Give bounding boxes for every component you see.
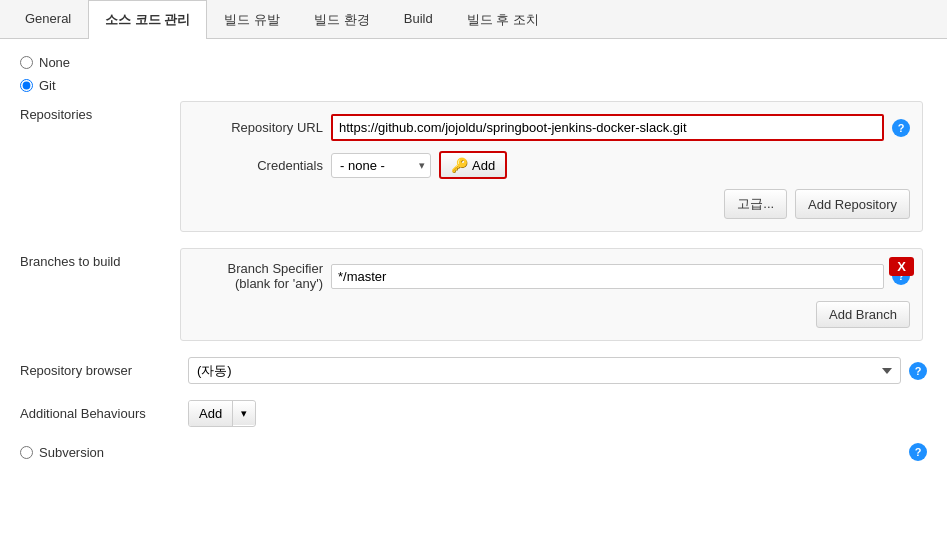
scm-none-option[interactable]: None bbox=[20, 55, 927, 70]
branches-label: Branches to build bbox=[20, 248, 180, 269]
credentials-label: Credentials bbox=[193, 158, 323, 173]
repo-browser-help-icon[interactable]: ? bbox=[909, 362, 927, 380]
add-repository-button[interactable]: Add Repository bbox=[795, 189, 910, 219]
repo-browser-select[interactable]: (자동) bbox=[188, 357, 901, 384]
additional-behaviours-row: Additional Behaviours Add ▾ bbox=[20, 400, 927, 427]
repo-browser-select-wrapper[interactable]: (자동) bbox=[188, 357, 901, 384]
repositories-section: Repositories Repository URL ? Credential… bbox=[20, 101, 927, 232]
repo-url-label: Repository URL bbox=[193, 120, 323, 135]
key-icon: 🔑 bbox=[451, 157, 468, 173]
tab-general[interactable]: General bbox=[8, 0, 88, 39]
add-behaviour-arrow[interactable]: ▾ bbox=[233, 402, 255, 425]
advanced-button[interactable]: 고급... bbox=[724, 189, 787, 219]
repo-url-row: Repository URL ? bbox=[193, 114, 910, 141]
credentials-select-wrapper[interactable]: - none - bbox=[331, 153, 431, 178]
tab-build-trigger[interactable]: 빌드 유발 bbox=[207, 0, 297, 39]
tab-build[interactable]: Build bbox=[387, 0, 450, 39]
tab-bar: General 소스 코드 관리 빌드 유발 빌드 환경 Build 빌드 후 … bbox=[0, 0, 947, 39]
branches-body: X Branch Specifier (blank for 'any') ? A… bbox=[180, 248, 923, 341]
add-behaviour-dropdown[interactable]: Add ▾ bbox=[188, 400, 256, 427]
add-branch-button[interactable]: Add Branch bbox=[816, 301, 910, 328]
add-behaviour-button[interactable]: Add bbox=[189, 401, 233, 426]
scm-git-radio[interactable] bbox=[20, 79, 33, 92]
add-credentials-label: Add bbox=[472, 158, 495, 173]
credentials-select[interactable]: - none - bbox=[331, 153, 431, 178]
tab-build-env[interactable]: 빌드 환경 bbox=[297, 0, 387, 39]
tab-source-code[interactable]: 소스 코드 관리 bbox=[88, 0, 207, 39]
repo-browser-row: Repository browser (자동) ? bbox=[20, 357, 927, 384]
tab-post-build[interactable]: 빌드 후 조치 bbox=[450, 0, 556, 39]
subversion-option[interactable]: Subversion ? bbox=[20, 443, 927, 461]
branch-action-buttons: Add Branch bbox=[193, 301, 910, 328]
repo-action-buttons: 고급... Add Repository bbox=[193, 189, 910, 219]
remove-branch-area: X bbox=[889, 257, 914, 276]
repo-url-input[interactable] bbox=[331, 114, 884, 141]
scm-git-option[interactable]: Git bbox=[20, 78, 927, 93]
scm-none-label: None bbox=[39, 55, 70, 70]
branches-section: Branches to build X Branch Specifier (bl… bbox=[20, 248, 927, 341]
scm-none-radio[interactable] bbox=[20, 56, 33, 69]
additional-behaviours-label: Additional Behaviours bbox=[20, 406, 180, 421]
repo-browser-label: Repository browser bbox=[20, 363, 180, 378]
subversion-help-icon[interactable]: ? bbox=[909, 443, 927, 461]
repositories-body: Repository URL ? Credentials - none - 🔑 … bbox=[180, 101, 923, 232]
repositories-label: Repositories bbox=[20, 101, 180, 122]
scm-git-label: Git bbox=[39, 78, 56, 93]
scm-svn-label: Subversion bbox=[39, 445, 104, 460]
branch-specifier-input[interactable] bbox=[331, 264, 884, 289]
add-credentials-button[interactable]: 🔑 Add bbox=[439, 151, 507, 179]
branch-specifier-label: Branch Specifier (blank for 'any') bbox=[193, 261, 323, 291]
credentials-row: Credentials - none - 🔑 Add bbox=[193, 151, 910, 179]
scm-svn-radio[interactable] bbox=[20, 446, 33, 459]
branch-specifier-row: Branch Specifier (blank for 'any') ? bbox=[193, 261, 910, 291]
repo-url-help-icon[interactable]: ? bbox=[892, 119, 910, 137]
tab-content: None Git Repositories Repository URL ? C… bbox=[0, 39, 947, 485]
remove-branch-button[interactable]: X bbox=[889, 257, 914, 276]
